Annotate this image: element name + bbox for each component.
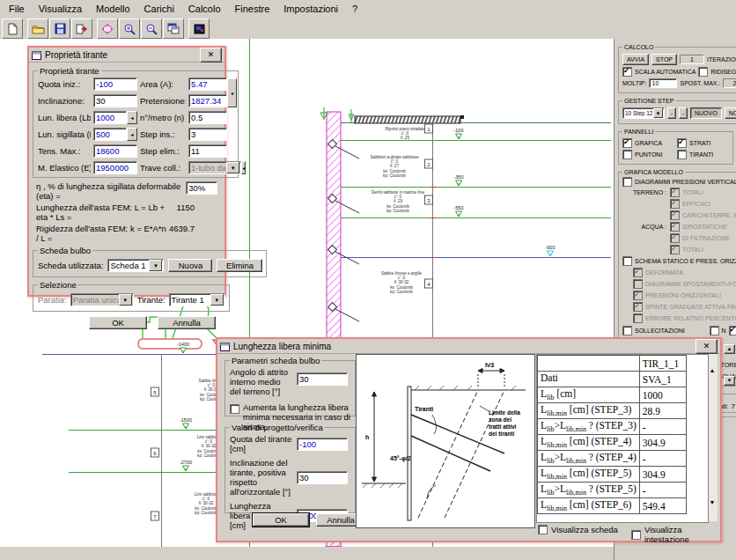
area-input[interactable]: 5.47: [188, 77, 227, 91]
menu-impostazioni[interactable]: Impostazioni: [276, 2, 345, 16]
deformata-checkbox[interactable]: DEFORMATA: [633, 268, 736, 277]
tirante-label: Tirante:: [137, 295, 166, 305]
paratia-label: Paratia:: [38, 295, 67, 305]
acqua-idrostatiche-checkbox[interactable]: IDROSTATICHE: [670, 222, 736, 232]
nome-button[interactable]: NOME: [725, 107, 736, 119]
step-elim-input[interactable]: 11: [188, 144, 227, 158]
schema-statico-checkbox[interactable]: SCHEMA STATICO E PRESS. ORIZZONTAL: [622, 256, 736, 266]
inclinazione-tirante-input[interactable]: 30: [297, 471, 348, 484]
lun-sigillata-input[interactable]: 500: [93, 128, 127, 141]
errore-relativo-checkbox[interactable]: ERRORE RELATIVO PERCENTUALE: [633, 313, 736, 323]
nuova-button[interactable]: Nuova: [168, 259, 212, 272]
menu-modello[interactable]: Modello: [89, 2, 137, 16]
results-table[interactable]: TIR_1_1 DatiSVA_1 Llib [cm]1000 Llib,min…: [537, 355, 687, 514]
table-row: Llib,min [cm] (STEP_5)304.9: [538, 467, 687, 483]
tiranti-checkbox[interactable]: TIRANTI: [677, 150, 713, 159]
area-label: Area (A):: [140, 79, 186, 89]
grafica-checkbox[interactable]: GRAFICA: [622, 138, 665, 148]
zoom-in-icon[interactable]: [119, 18, 140, 39]
menu-calcolo[interactable]: Calcolo: [181, 2, 228, 16]
close-icon[interactable]: ✕: [200, 48, 222, 63]
pan-icon[interactable]: [97, 18, 118, 39]
angolo-attrito-input[interactable]: 30: [297, 372, 348, 386]
diagrammi-spostamenti-checkbox[interactable]: DIAGRAMMI SPOSTAMENTI-FORZE: [633, 279, 736, 289]
close-icon[interactable]: ✕: [696, 339, 718, 354]
menu-file[interactable]: File: [2, 2, 32, 16]
terreno-totali-checkbox[interactable]: TOTALI: [670, 188, 736, 197]
zoom-out-icon[interactable]: [141, 18, 162, 39]
open-folder-icon[interactable]: [27, 18, 48, 39]
lun-libera-input[interactable]: 1000: [93, 111, 127, 124]
strati-scroll-down-icon[interactable]: ▼: [724, 376, 735, 386]
level-label: -1500: [180, 417, 192, 423]
area-pretensione-spinner-icon[interactable]: ◂: [227, 78, 237, 107]
save-icon[interactable]: [49, 18, 70, 39]
strati-scroll-up-icon[interactable]: ▲: [724, 344, 735, 354]
scroll-down-icon[interactable]: ▼: [706, 496, 718, 508]
step-next-button[interactable]: -: [679, 107, 688, 119]
puntoni-checkbox[interactable]: PUNTONI: [622, 150, 665, 159]
cascade-windows-icon[interactable]: [163, 18, 184, 39]
diagrammi-pressioni-checkbox[interactable]: DIAGRAMMI PRESSIONI VERTICALI: [622, 177, 736, 187]
quota-iniz-label: Quota iniz.:: [38, 79, 91, 89]
avvia-button[interactable]: AVVIA: [622, 54, 649, 65]
tirante-select[interactable]: Tirante 1▼: [169, 293, 225, 306]
n-checkbox[interactable]: N: [710, 326, 726, 335]
valori-progetto-group: Valori di progetto/verifica Quota del ti…: [224, 423, 356, 513]
pressioni-orizzontali-checkbox[interactable]: PRESSIONI ORIZZONTALI: [633, 291, 736, 300]
parametri-scheda-bulbo-group: Parametri scheda bulbo Angolo di attrito…: [224, 356, 356, 416]
step-select[interactable]: 10 Step 12▼: [622, 107, 665, 119]
elimina-button[interactable]: Elimina: [217, 259, 262, 272]
ok-button[interactable]: OK: [253, 513, 309, 527]
tens-max-input[interactable]: 18600: [93, 144, 137, 158]
m-checkbox[interactable]: M: [729, 326, 736, 335]
dialog-title-bar[interactable]: Lunghezza libera minima ✕: [217, 339, 720, 354]
lun-libera-spinner-icon[interactable]: ◂: [127, 111, 137, 124]
grafica-modello-title: GRAFICA MODELLO: [622, 169, 685, 175]
n-metro-input[interactable]: 0.5: [188, 111, 227, 124]
tens-max-label: Tens. Max.:: [38, 146, 91, 156]
angle-label: 45°-φ/2: [390, 455, 411, 462]
step-prev-button[interactable]: -: [667, 107, 676, 119]
new-document-icon[interactable]: [2, 18, 23, 39]
dialog-title-bar[interactable]: Proprietà tirante ✕: [29, 48, 224, 63]
menu-finestre[interactable]: Finestre: [228, 2, 277, 16]
spinte-graduate-checkbox[interactable]: SPINTE GRADUATE ATTIVA-PASSIVA: [633, 302, 736, 312]
ridisegna-checkbox[interactable]: RIDISEGNA: [698, 67, 736, 77]
lun-sigillata-spinner-icon[interactable]: ◂: [127, 128, 137, 141]
step-ins-input[interactable]: 3: [188, 128, 227, 141]
moltip-input[interactable]: 10: [649, 78, 677, 88]
scroll-up-icon[interactable]: ▲: [706, 364, 718, 376]
h3-label: h/3: [485, 362, 494, 368]
menu-carichi[interactable]: Carichi: [137, 2, 181, 16]
quota-tirante-input[interactable]: -100: [297, 438, 348, 451]
quota-tirante-label: Quota del tirante [cm]: [230, 434, 293, 453]
m-elastico-input[interactable]: 1950000: [93, 161, 137, 174]
eta-input[interactable]: 30%: [186, 181, 217, 195]
scheda-select[interactable]: Scheda 1▼: [107, 259, 164, 272]
terreno-carichi-checkbox[interactable]: CARICHI/TERRE. ESTERNI: [670, 210, 736, 220]
inclinazione-input[interactable]: 30: [93, 94, 137, 107]
trave-coll-select[interactable]: 1-tubo da▼: [188, 161, 241, 174]
terreno-efficaci-checkbox[interactable]: EFFICACI: [670, 199, 736, 209]
menu-help[interactable]: ?: [345, 2, 364, 16]
menu-visualizza[interactable]: Visualizza: [32, 2, 89, 16]
acqua-filtrazione-checkbox[interactable]: DI FILTRAZIONE: [670, 233, 736, 243]
visualizza-intestazione-checkbox[interactable]: Visualizza intestazione: [631, 525, 720, 544]
display-options-icon[interactable]: [188, 18, 210, 39]
tiranti-label: Tiranti: [415, 406, 433, 412]
acqua-totali-checkbox[interactable]: TOTALI: [670, 245, 736, 254]
trave-coll-spinner-icon[interactable]: ◂: [241, 161, 246, 174]
visualizza-scheda-checkbox[interactable]: Visualizza scheda: [538, 525, 618, 534]
acqua-label: ACQUA :: [629, 224, 670, 230]
stop-button[interactable]: STOP: [651, 54, 677, 65]
strati-checkbox[interactable]: STRATI: [677, 138, 710, 148]
pretensione-input[interactable]: 1827.34: [188, 94, 227, 107]
scala-automatica-checkbox[interactable]: SCALA AUTOMATICA: [622, 67, 696, 77]
export-icon[interactable]: [71, 18, 92, 39]
sollecitazioni-checkbox[interactable]: SOLLECITAZIONI: [622, 326, 685, 335]
quota-iniz-input[interactable]: -100: [93, 77, 137, 91]
ok-button[interactable]: OK: [89, 316, 147, 329]
annulla-button[interactable]: Annulla: [158, 316, 216, 329]
nuovo-button[interactable]: NUOVO: [690, 107, 722, 119]
